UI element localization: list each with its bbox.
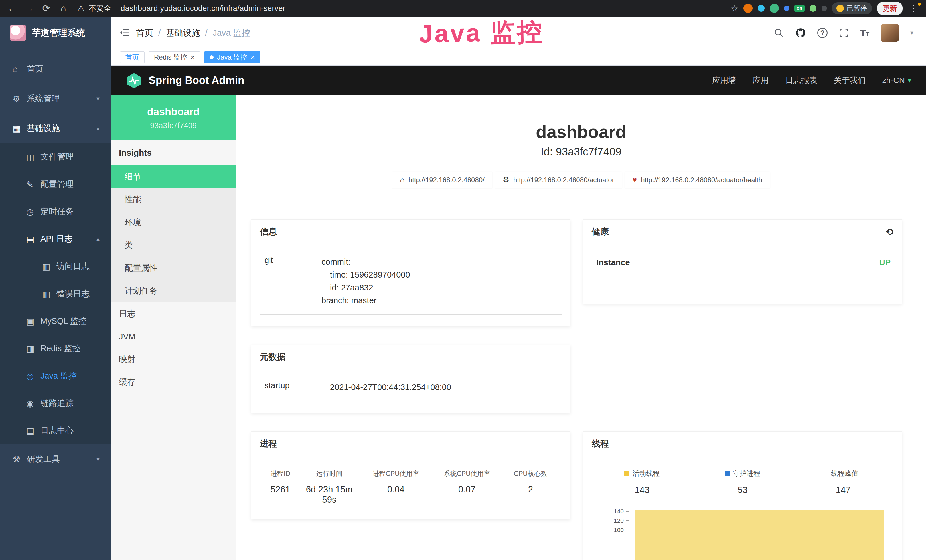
tab-java-monitor[interactable]: Java 监控 × <box>204 51 260 64</box>
sba-item-scheduled-tasks[interactable]: 计划任务 <box>111 280 236 303</box>
paused-badge[interactable]: 已暂停 <box>832 2 872 14</box>
sidebar-item-config-manage[interactable]: ✎ 配置管理 <box>0 171 111 198</box>
sba-nav-links: 应用墙 应用 日志报表 关于我们 zh-CN ▾ <box>713 75 911 86</box>
sba-item-config-props[interactable]: 配置属性 <box>111 257 236 280</box>
help-icon[interactable]: ? <box>817 28 828 38</box>
app-logo <box>10 24 26 41</box>
sidebar-item-java-monitor[interactable]: ◎ Java 监控 <box>0 362 111 390</box>
sba-app-name: dashboard <box>147 106 200 118</box>
sidebar-item-redis-monitor[interactable]: ◨ Redis 监控 <box>0 335 111 362</box>
screen: ← → ⟳ ⌂ ⚠ 不安全 dashboard.yudao.iocoder.cn… <box>0 0 926 560</box>
sidebar-item-home[interactable]: ⌂ 首页 <box>0 54 111 84</box>
info-value: commit: time: 1596289704000 id: 27aa832 … <box>321 256 410 307</box>
process-table: 进程ID5261 运行时间6d 23h 15m 59s 进程CPU使用率0.04… <box>260 468 561 508</box>
sba-item-details[interactable]: 细节 <box>111 165 236 188</box>
sidebar-item-scheduled-jobs[interactable]: ◷ 定时任务 <box>0 198 111 226</box>
address-bar[interactable]: ⚠ 不安全 dashboard.yudao.iocoder.cn/infra/a… <box>75 2 725 15</box>
card-title: 健康 <box>592 226 609 238</box>
sidebar-item-mysql-monitor[interactable]: ▣ MySQL 监控 <box>0 307 111 335</box>
sba-item-caches[interactable]: 缓存 <box>111 371 236 394</box>
health-url-link[interactable]: ♥ http://192.168.0.2:48080/actuator/heal… <box>625 172 770 188</box>
gear-icon: ⚙ <box>12 94 25 104</box>
sidebar-item-log-center[interactable]: ▤ 日志中心 <box>0 417 111 445</box>
sidebar-item-dev-tools[interactable]: ⚒ 研发工具 ▾ <box>0 445 111 474</box>
sba-item-jvm[interactable]: JVM <box>111 325 236 348</box>
chevron-down-icon[interactable]: ▾ <box>910 29 914 36</box>
divider <box>115 4 116 12</box>
tab-redis-monitor[interactable]: Redis 监控 × <box>148 51 200 64</box>
page-title: dashboard <box>236 121 926 142</box>
breadcrumb-infrastructure[interactable]: 基础设施 <box>166 27 200 39</box>
sba-item-mappings[interactable]: 映射 <box>111 348 236 371</box>
fullscreen-icon[interactable] <box>839 28 849 38</box>
font-size-icon[interactable]: TT <box>860 28 869 38</box>
browser-menu-icon[interactable]: ⋮ <box>908 3 920 14</box>
spring-boot-admin-frame: Spring Boot Admin 应用墙 应用 日志报表 关于我们 zh-CN… <box>111 66 926 560</box>
close-icon[interactable]: × <box>251 54 255 61</box>
language-selector[interactable]: zh-CN ▾ <box>882 76 911 85</box>
sba-section-insights: Insights <box>111 140 236 165</box>
sba-logo-icon <box>126 72 142 89</box>
sidebar-item-tracing[interactable]: ◉ 链路追踪 <box>0 390 111 417</box>
avatar[interactable] <box>881 24 899 42</box>
sba-app-block[interactable]: dashboard 93a3fc7f7409 <box>111 95 236 140</box>
browser-home-icon[interactable]: ⌂ <box>57 3 69 14</box>
sidebar-item-error-log[interactable]: ▥ 错误日志 <box>0 280 111 307</box>
sba-insights-submenu: 细节 性能 环境 类 配置属性 计划任务 <box>111 165 236 303</box>
ext-grid-icon[interactable] <box>784 6 789 11</box>
sba-nav-journal[interactable]: 日志报表 <box>785 75 817 86</box>
chevron-down-icon: ▾ <box>96 456 100 463</box>
sidebar-item-api-log[interactable]: ▤ API 日志 ▴ <box>0 226 111 253</box>
collapse-sidebar-icon[interactable] <box>120 28 130 38</box>
ext-leaf-icon[interactable] <box>809 5 817 12</box>
search-icon[interactable] <box>774 28 784 38</box>
ext-on-badge-icon[interactable]: on <box>794 5 805 12</box>
sba-nav-wallboard[interactable]: 应用墙 <box>713 75 736 86</box>
annotation-java-monitor: Java 监控 <box>419 15 544 51</box>
sba-item-classes[interactable]: 类 <box>111 234 236 257</box>
sba-item-metrics[interactable]: 性能 <box>111 188 236 211</box>
sba-sidebar: dashboard 93a3fc7f7409 Insights 细节 性能 环境… <box>111 95 236 560</box>
bookmark-star-icon[interactable]: ☆ <box>731 3 738 14</box>
sba-item-logs[interactable]: 日志 <box>111 303 236 325</box>
smiley-icon <box>837 5 844 12</box>
config-icon: ✎ <box>26 179 39 189</box>
sidebar-item-access-log[interactable]: ▥ 访问日志 <box>0 253 111 280</box>
security-warning-icon[interactable]: ⚠ <box>77 4 84 13</box>
sba-nav-applications[interactable]: 应用 <box>753 75 769 86</box>
file-icon: ◫ <box>26 152 39 162</box>
legend-swatch-yellow <box>624 471 629 476</box>
service-url-link[interactable]: ⌂ http://192.168.0.2:48080/ <box>392 172 492 188</box>
metadata-value: 2021-04-27T00:44:31.254+08:00 <box>330 381 451 394</box>
update-button[interactable]: 更新 <box>877 2 903 15</box>
home-icon: ⌂ <box>12 64 25 74</box>
sba-brand[interactable]: Spring Boot Admin <box>126 72 244 89</box>
app-title: 芋道管理系统 <box>32 27 85 39</box>
instance-id: Id: 93a3fc7f7409 <box>236 146 926 158</box>
trace-icon: ◉ <box>26 398 39 409</box>
ext-vue-icon[interactable] <box>770 4 779 13</box>
close-icon[interactable]: × <box>191 54 195 61</box>
admin-header: 首页 / 基础设施 / Java 监控 Java 监控 ? <box>111 17 926 49</box>
info-key: git <box>264 256 321 265</box>
reload-icon[interactable]: ⟳ <box>41 3 52 14</box>
back-icon[interactable]: ← <box>6 3 18 14</box>
sba-nav-about[interactable]: 关于我们 <box>834 75 866 86</box>
tab-home[interactable]: 首页 <box>120 51 145 64</box>
history-icon[interactable]: ⟲ <box>885 226 894 238</box>
sidebar-item-file-manage[interactable]: ◫ 文件管理 <box>0 143 111 171</box>
sba-item-environment[interactable]: 环境 <box>111 211 236 234</box>
ext-puzzle-icon[interactable] <box>822 6 827 11</box>
ext-drop-icon[interactable] <box>758 5 764 12</box>
actuator-url-link[interactable]: ⚙ http://192.168.0.2:48080/actuator <box>495 172 622 188</box>
forward-icon[interactable]: → <box>23 3 35 14</box>
table-row: startup 2021-04-27T00:44:31.254+08:00 <box>260 381 561 401</box>
github-icon[interactable] <box>795 27 806 38</box>
sidebar-item-system[interactable]: ⚙ 系统管理 ▾ <box>0 84 111 114</box>
app-logo-row[interactable]: 芋道管理系统 <box>0 17 111 49</box>
ext-orange-icon[interactable] <box>743 4 753 13</box>
breadcrumb-home[interactable]: 首页 <box>136 27 153 39</box>
metadata-key: startup <box>264 381 330 390</box>
admin-sidebar: 芋道管理系统 ⌂ 首页 ⚙ 系统管理 ▾ ▦ 基础设施 ▴ <box>0 17 111 560</box>
sidebar-item-infrastructure[interactable]: ▦ 基础设施 ▴ <box>0 114 111 143</box>
